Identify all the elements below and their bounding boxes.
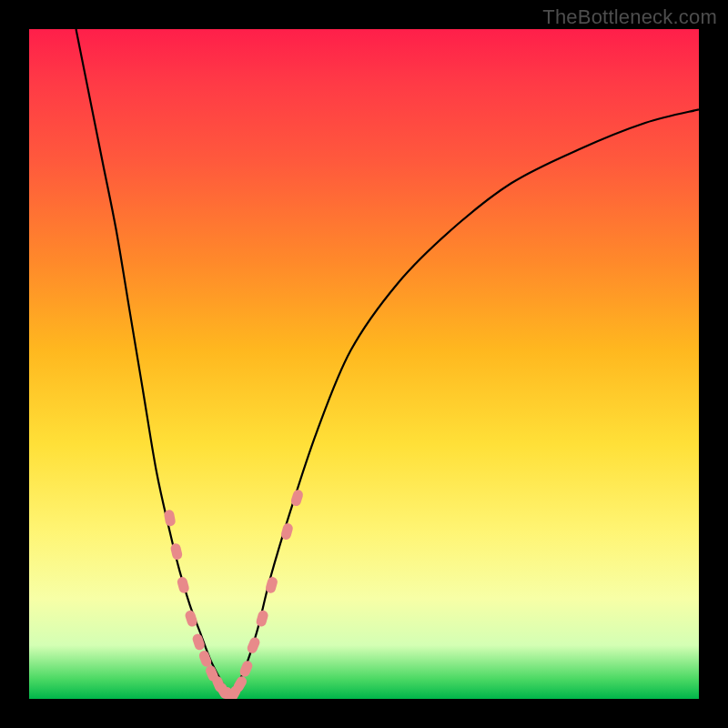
data-marker xyxy=(246,636,261,655)
curve-left xyxy=(76,29,230,695)
data-marker xyxy=(255,610,269,628)
attribution-label: TheBottleneck.com xyxy=(542,5,717,29)
data-marker xyxy=(177,576,190,594)
data-marker xyxy=(238,659,254,678)
data-marker xyxy=(191,632,206,652)
chart-frame: TheBottleneck.com xyxy=(0,0,728,728)
data-marker xyxy=(197,649,213,668)
data-markers xyxy=(163,489,304,699)
plot-area xyxy=(29,29,699,699)
data-marker xyxy=(170,542,184,561)
curve-right xyxy=(230,109,699,695)
curve-layer xyxy=(29,29,699,699)
